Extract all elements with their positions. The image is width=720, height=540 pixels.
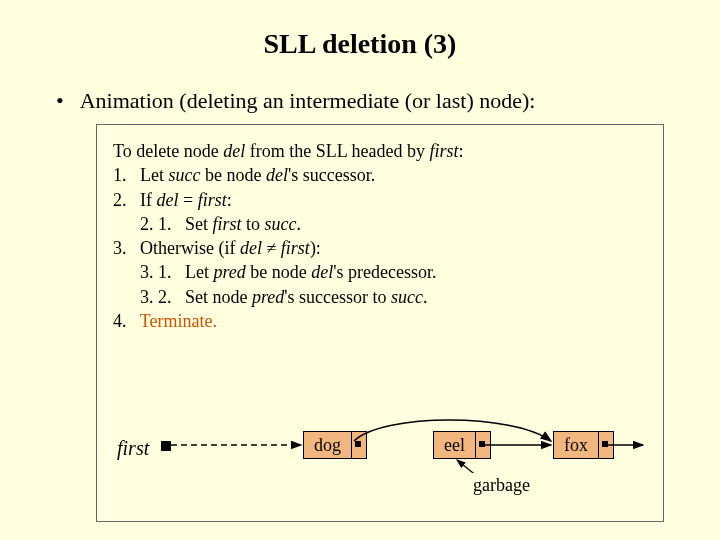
var-first: first (281, 238, 310, 258)
text: = (179, 190, 198, 210)
var-del: del (240, 238, 262, 258)
text: 3. Otherwise (if (113, 238, 240, 258)
text: 's successor. (288, 165, 375, 185)
algo-step-3: 3. Otherwise (if del ≠ first): (113, 236, 647, 260)
var-pred: pred (214, 262, 246, 282)
text: ≠ (262, 238, 281, 258)
algo-intro: To delete node del from the SLL headed b… (113, 139, 647, 163)
text: . (297, 214, 302, 234)
var-succ: succ (169, 165, 201, 185)
var-del: del (223, 141, 245, 161)
garbage-label: garbage (471, 473, 532, 497)
var-pred: pred (252, 287, 284, 307)
text: 2. If (113, 190, 157, 210)
text: 's successor to (284, 287, 391, 307)
var-first: first (198, 190, 227, 210)
text: from the SLL headed by (245, 141, 429, 161)
var-succ: succ (391, 287, 423, 307)
var-first: first (429, 141, 458, 161)
var-del: del (157, 190, 179, 210)
text: to (242, 214, 265, 234)
algo-step-2-1: 2. 1. Set first to succ. (113, 212, 647, 236)
text: 's predecessor. (333, 262, 436, 282)
slide-title: SLL deletion (3) (0, 0, 720, 60)
algo-step-1: 1. Let succ be node del's successor. (113, 163, 647, 187)
arrows-svg (113, 431, 647, 509)
text: be node (200, 165, 265, 185)
slide: SLL deletion (3) Animation (deleting an … (0, 0, 720, 540)
algo-step-4: 4. Terminate. (113, 309, 647, 333)
text: To delete node (113, 141, 223, 161)
text: 3. 2. Set node (113, 287, 252, 307)
terminate-text: Terminate. (140, 311, 217, 331)
text: : (227, 190, 232, 210)
algo-step-3-2: 3. 2. Set node pred's successor to succ. (113, 285, 647, 309)
algo-step-3-1: 3. 1. Let pred be node del's predecessor… (113, 260, 647, 284)
text: be node (246, 262, 311, 282)
var-del: del (311, 262, 333, 282)
algo-step-2: 2. If del = first: (113, 188, 647, 212)
text: . (423, 287, 428, 307)
var-first: first (213, 214, 242, 234)
text: ): (310, 238, 321, 258)
linked-list-diagram: first dog eel fox (113, 431, 647, 509)
text: 3. 1. Let (113, 262, 214, 282)
arrow-dog-to-fox (354, 420, 551, 441)
algorithm-box: To delete node del from the SLL headed b… (96, 124, 664, 522)
text: 2. 1. Set (113, 214, 213, 234)
text: 4. (113, 311, 140, 331)
text: : (459, 141, 464, 161)
text: 1. Let (113, 165, 169, 185)
bullet-animation: Animation (deleting an intermediate (or … (56, 88, 720, 114)
var-succ: succ (265, 214, 297, 234)
var-del: del (266, 165, 288, 185)
